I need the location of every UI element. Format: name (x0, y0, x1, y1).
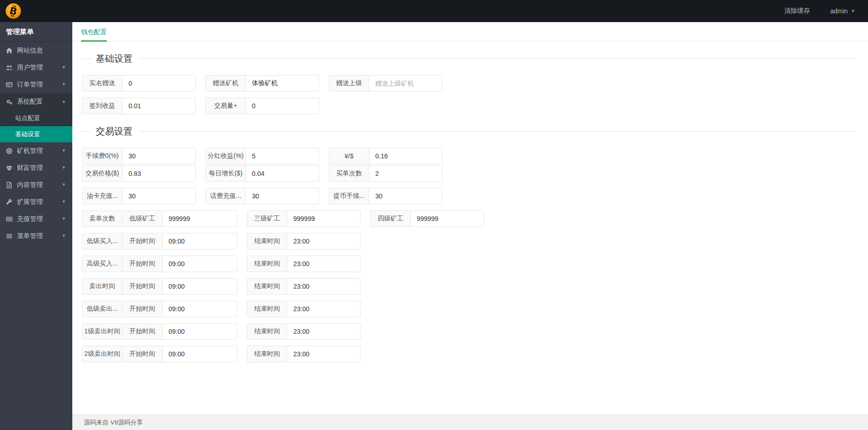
field-input[interactable] (369, 76, 442, 91)
field-group: 高级买入...开始时间 (82, 256, 237, 272)
field-input[interactable] (163, 324, 237, 339)
field-group: 每日增长($) (205, 165, 319, 182)
field-label: 买单次数 (329, 166, 369, 181)
field-group: 话费充值... (205, 188, 319, 204)
field-group: 低级卖出...开始时间 (82, 301, 237, 317)
form-row: 油卡充值...话费充值...提币手续... (82, 188, 855, 204)
chevron-down-icon: ▼ (62, 82, 66, 87)
field-label: 每日增长($) (206, 166, 246, 181)
form-row: 手续费0(%)分红收益(%)¥/$ (82, 148, 855, 164)
sidebar-item-label: 订单管理 (17, 81, 43, 89)
field-group: 结束时间 (247, 233, 361, 250)
field-input[interactable] (163, 279, 237, 294)
tab-bar: 钱包配置 (72, 22, 868, 41)
money-icon (6, 216, 14, 222)
field-input[interactable] (122, 166, 195, 181)
sidebar-item-8[interactable]: 充值管理▼ (0, 210, 72, 227)
field-input[interactable] (369, 166, 442, 181)
sidebar-item-9[interactable]: 菜单管理▼ (0, 227, 72, 244)
section-rule (139, 131, 855, 132)
field-label: 低级矿工 (122, 211, 163, 227)
field-input[interactable] (287, 211, 360, 227)
wheel-icon (6, 148, 14, 154)
form-row: 实名赠送赠送矿机赠送上级 (82, 75, 855, 92)
form-row: 1级卖出时间开始时间结束时间 (82, 323, 855, 340)
sidebar-item-3[interactable]: 系统配置▲ (0, 93, 72, 110)
chevron-down-icon: ▼ (62, 183, 66, 187)
sidebar-item-6[interactable]: 内容管理▼ (0, 176, 72, 193)
sidebar-item-label: 网站信息 (17, 46, 43, 55)
section-title: 基础设置 (96, 52, 133, 65)
field-input[interactable] (246, 188, 319, 204)
field-group: 手续费0(%) (82, 148, 196, 164)
sidebar-item-2[interactable]: 订单管理▼ (0, 76, 72, 93)
user-menu[interactable]: admin ▼ (830, 7, 855, 15)
sidebar-item-label: 充值管理 (17, 215, 43, 223)
sidebar-subitem-3-1[interactable]: 基础设置 (0, 126, 72, 142)
tab-wallet-config[interactable]: 钱包配置 (81, 22, 107, 41)
field-input[interactable] (246, 98, 319, 114)
field-label: 卖出时间 (82, 279, 122, 294)
field-input[interactable] (163, 301, 237, 317)
field-label: 开始时间 (122, 346, 163, 362)
main-area: 钱包配置 基础设置实名赠送赠送矿机赠送上级签到收益交易量+交易设置手续费0(%)… (72, 22, 868, 430)
sidebar-item-label: 系统配置 (17, 98, 43, 106)
field-input[interactable] (246, 166, 319, 181)
field-input[interactable] (122, 148, 195, 164)
field-input[interactable] (287, 279, 360, 294)
field-input[interactable] (287, 324, 360, 339)
field-input[interactable] (163, 346, 237, 362)
field-label: 结束时间 (247, 346, 287, 362)
chevron-down-icon: ▼ (62, 217, 66, 221)
field-label: 结束时间 (247, 301, 287, 317)
field-group: 油卡充值... (82, 188, 196, 204)
field-input[interactable] (163, 211, 237, 227)
field-input[interactable] (287, 256, 360, 272)
form-row: 卖单次数低级矿工三级矿工四级矿工 (82, 210, 855, 227)
field-label: 分红收益(%) (206, 148, 246, 164)
field-label: 结束时间 (247, 324, 287, 339)
chevron-up-icon: ▲ (62, 99, 66, 104)
form-row: 高级买入...开始时间结束时间 (82, 256, 855, 272)
field-input[interactable] (411, 211, 484, 227)
field-label: 低级卖出... (82, 301, 122, 317)
field-label: 交易价格($) (82, 166, 122, 181)
field-input[interactable] (163, 256, 237, 272)
field-input[interactable] (122, 76, 195, 91)
section-rule (139, 58, 855, 59)
sidebar-item-label: 扩展管理 (17, 198, 43, 206)
clear-cache-button[interactable]: 清除缓存 (784, 7, 810, 15)
field-input[interactable] (287, 301, 360, 317)
section-header: 交易设置 (82, 125, 855, 138)
field-input[interactable] (122, 188, 195, 204)
sidebar-item-4[interactable]: 矿机管理▼ (0, 142, 72, 159)
field-label: 赠送矿机 (206, 76, 246, 91)
sidebar-subitem-3-0[interactable]: 站点配置 (0, 110, 72, 126)
sidebar-item-label: 内容管理 (17, 181, 43, 189)
sidebar-item-5[interactable]: 财富管理▼ (0, 159, 72, 176)
sidebar-item-label: 用户管理 (17, 64, 43, 72)
field-input[interactable] (163, 233, 237, 249)
sidebar-item-1[interactable]: 用户管理▼ (0, 59, 72, 76)
field-input[interactable] (287, 233, 360, 249)
field-label: 交易量+ (206, 98, 246, 114)
chevron-down-icon: ▼ (62, 234, 66, 238)
field-label: 开始时间 (122, 301, 163, 317)
field-input[interactable] (369, 148, 442, 164)
field-group: 1级卖出时间开始时间 (82, 323, 237, 340)
field-input[interactable] (122, 98, 195, 114)
field-group: 低级买入...开始时间 (82, 233, 237, 250)
file-icon (6, 182, 14, 188)
field-input[interactable] (246, 148, 319, 164)
sidebar-item-0[interactable]: 网站信息 (0, 42, 72, 59)
field-label: 手续费0(%) (82, 148, 122, 164)
chevron-down-icon: ▼ (62, 65, 66, 70)
chevron-down-icon: ▼ (62, 149, 66, 153)
field-group: 交易价格($) (82, 165, 196, 182)
field-input[interactable] (287, 346, 360, 362)
sidebar-item-7[interactable]: 扩展管理▼ (0, 193, 72, 210)
field-input[interactable] (246, 76, 319, 91)
form-row: 低级买入...开始时间结束时间 (82, 233, 855, 250)
field-group: 2级卖出时间开始时间 (82, 346, 237, 362)
field-input[interactable] (369, 188, 442, 204)
